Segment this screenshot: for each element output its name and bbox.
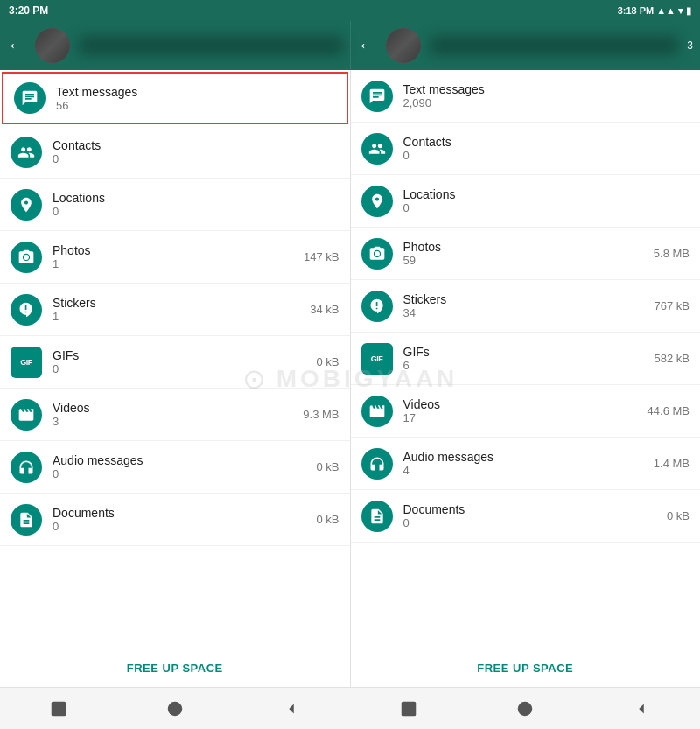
avatar-image-right	[386, 28, 421, 63]
item-info-contacts-left: Contacts0	[52, 138, 340, 165]
status-icons-right: 3:18 PM ▲▲ ▾ ▮	[618, 5, 691, 17]
nav-circle-right[interactable]	[513, 697, 537, 721]
nav-square-right[interactable]	[396, 697, 421, 721]
right-scroll[interactable]: Text messages2,090Contacts0Locations0Pho…	[351, 70, 701, 649]
item-name-locations-right: Locations	[403, 187, 690, 201]
list-item-text-messages-right[interactable]: Text messages2,090	[351, 70, 701, 123]
list-item-documents-right[interactable]: Documents00 kB	[351, 490, 701, 543]
item-info-locations-right: Locations0	[403, 187, 690, 214]
video-icon-right-6	[361, 396, 393, 427]
item-count-locations-right: 0	[403, 201, 690, 214]
item-name-photos-left: Photos	[52, 243, 304, 257]
item-name-documents-right: Documents	[403, 502, 667, 516]
item-size-videos-left: 9.3 MB	[303, 408, 339, 421]
free-up-space-right[interactable]: FREE UP SPACE	[351, 649, 701, 687]
item-size-documents-right: 0 kB	[667, 509, 690, 522]
free-up-space-left[interactable]: FREE UP SPACE	[0, 649, 350, 687]
item-name-videos-right: Videos	[403, 397, 648, 411]
list-item-text-messages-left[interactable]: Text messages56	[2, 72, 348, 124]
item-count-audio-right: 4	[403, 464, 654, 477]
item-name-contacts-right: Contacts	[403, 135, 690, 149]
nav-circle-left[interactable]	[163, 697, 187, 721]
avatar-image-left	[35, 28, 70, 63]
item-size-audio-right: 1.4 MB	[654, 457, 690, 470]
item-size-photos-left: 147 kB	[304, 250, 339, 263]
list-item-gifs-right[interactable]: GIFGIFs6582 kB	[351, 333, 701, 385]
header-count: 3	[687, 39, 693, 52]
item-name-stickers-left: Stickers	[52, 296, 310, 310]
status-bar-left: 3:20 PM	[0, 0, 350, 21]
list-item-photos-left[interactable]: Photos1147 kB	[0, 231, 350, 284]
svg-marker-2	[290, 704, 295, 713]
item-size-stickers-right: 767 kB	[654, 299, 690, 312]
list-item-contacts-left[interactable]: Contacts0	[0, 126, 350, 179]
avatar-left	[35, 28, 70, 63]
wifi-icon: ▾	[678, 5, 683, 17]
document-icon-left-8	[10, 504, 42, 536]
list-item-audio-right[interactable]: Audio messages41.4 MB	[351, 438, 701, 490]
panel-right: Text messages2,090Contacts0Locations0Pho…	[351, 70, 701, 687]
nav-triangle-right[interactable]	[629, 697, 654, 721]
list-item-locations-left[interactable]: Locations0	[0, 179, 350, 231]
sticker-icon-right-4	[361, 291, 393, 322]
item-name-photos-right: Photos	[403, 240, 654, 254]
item-info-audio-left: Audio messages0	[52, 453, 316, 480]
list-item-contacts-right[interactable]: Contacts0	[351, 123, 701, 175]
chat-icon-left-0	[14, 82, 46, 114]
list-item-gifs-left[interactable]: GIFGIFs00 kB	[0, 336, 350, 389]
item-info-documents-right: Documents0	[403, 502, 667, 529]
item-count-text-messages-left: 56	[56, 99, 336, 112]
item-name-gifs-right: GIFs	[403, 345, 654, 359]
item-info-contacts-right: Contacts0	[403, 135, 690, 162]
item-size-gifs-right: 582 kB	[654, 352, 690, 365]
list-item-photos-right[interactable]: Photos595.8 MB	[351, 228, 701, 280]
item-count-documents-left: 0	[52, 520, 316, 533]
item-name-stickers-right: Stickers	[403, 292, 654, 306]
item-info-photos-right: Photos59	[403, 240, 654, 267]
item-size-documents-left: 0 kB	[316, 513, 339, 526]
main-content: ⊙ MOBIGYAAN Text messages56Contacts0Loca…	[0, 70, 700, 687]
list-item-stickers-left[interactable]: Stickers134 kB	[0, 284, 350, 336]
time-left: 3:20 PM	[9, 4, 48, 17]
item-info-stickers-right: Stickers34	[403, 292, 654, 319]
item-count-gifs-left: 0	[52, 362, 316, 375]
list-item-videos-left[interactable]: Videos39.3 MB	[0, 389, 350, 441]
list-item-locations-right[interactable]: Locations0	[351, 175, 701, 228]
location-icon-right-2	[361, 186, 393, 217]
gif-icon-left-5: GIF	[10, 347, 42, 378]
header-name-blur-left	[79, 37, 343, 54]
contacts-icon-right-1	[361, 133, 393, 165]
svg-point-1	[168, 701, 183, 716]
item-info-audio-right: Audio messages4	[403, 450, 654, 477]
item-count-gifs-right: 6	[403, 359, 654, 372]
item-info-documents-left: Documents0	[52, 506, 316, 533]
back-button-left[interactable]: ←	[7, 34, 26, 57]
gif-icon-right-5: GIF	[361, 343, 393, 375]
item-count-contacts-right: 0	[403, 149, 690, 162]
list-item-stickers-right[interactable]: Stickers34767 kB	[351, 280, 701, 333]
item-info-text-messages-right: Text messages2,090	[403, 82, 690, 109]
item-name-text-messages-right: Text messages	[403, 82, 690, 96]
item-count-stickers-right: 34	[403, 306, 654, 319]
item-size-audio-left: 0 kB	[316, 460, 339, 473]
item-size-videos-right: 44.6 MB	[648, 404, 690, 417]
chat-icon-right-0	[361, 81, 393, 112]
item-name-gifs-left: GIFs	[52, 348, 316, 362]
item-info-text-messages-left: Text messages56	[56, 85, 336, 112]
item-info-stickers-left: Stickers1	[52, 296, 310, 323]
item-info-videos-left: Videos3	[52, 401, 303, 428]
item-count-contacts-left: 0	[52, 152, 340, 165]
nav-triangle-left[interactable]	[279, 697, 304, 721]
list-item-audio-left[interactable]: Audio messages00 kB	[0, 441, 350, 494]
item-size-photos-right: 5.8 MB	[654, 247, 690, 260]
nav-square-left[interactable]	[46, 697, 71, 721]
header-panel-left: ←	[0, 21, 351, 70]
left-scroll[interactable]: Text messages56Contacts0Locations0Photos…	[0, 70, 350, 649]
location-icon-left-2	[10, 189, 42, 221]
list-item-videos-right[interactable]: Videos1744.6 MB	[351, 385, 701, 438]
list-item-documents-left[interactable]: Documents00 kB	[0, 494, 350, 546]
document-icon-right-8	[361, 501, 393, 532]
audio-icon-left-7	[10, 452, 42, 483]
back-button-right[interactable]: ←	[358, 34, 377, 57]
svg-point-4	[518, 701, 533, 716]
